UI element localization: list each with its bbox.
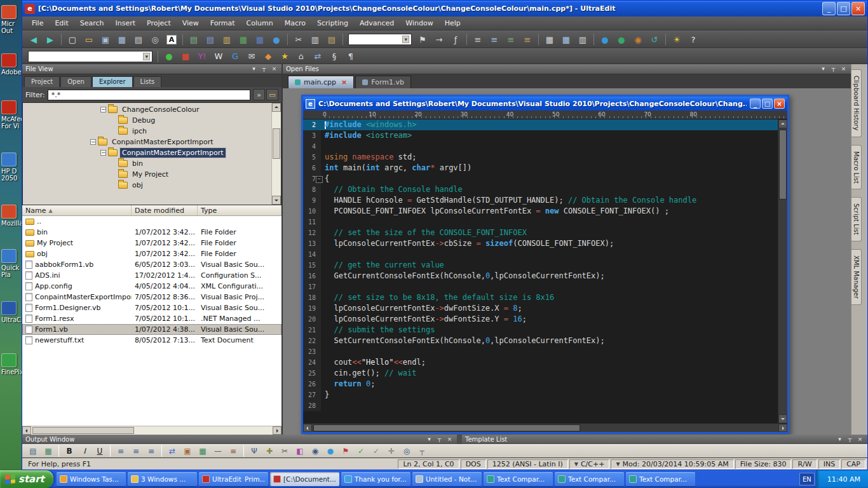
tree-item-conpaintmasterexportimport[interactable]: −ConpaintMasterExportImport (23, 147, 271, 158)
new-file-icon[interactable]: ▢ (65, 33, 80, 46)
menu-column[interactable]: Column (241, 17, 279, 29)
paste-icon[interactable]: ▤ (324, 33, 339, 46)
code-line-10[interactable]: 10 PCONSOLE_FONT_INFOEX lpConsoleCurrent… (303, 206, 778, 217)
filter-go-button[interactable]: » (253, 89, 265, 100)
menu-macro[interactable]: Macro (279, 17, 311, 29)
align-list-icon[interactable]: ≡ (470, 33, 485, 46)
pane-close-button[interactable]: × (839, 65, 848, 73)
file-row-bin[interactable]: bin1/07/2012 3:42...File Folder (22, 227, 281, 238)
taskbar-task-c-document[interactable]: [C:\Document... (270, 472, 339, 486)
menu-edit[interactable]: Edit (49, 17, 74, 29)
code-line-22[interactable]: 22 SetCurrentConsoleFontEx(hConsole,0,lp… (303, 336, 778, 346)
side-tab-macro-list[interactable]: Macro List (851, 145, 862, 190)
side-tab-script-list[interactable]: Script List (851, 197, 862, 241)
menu-search[interactable]: Search (74, 17, 110, 29)
tree-item-changeconsolecolour[interactable]: −ChangeConsoleColour (23, 104, 271, 115)
code-line-6[interactable]: 6int main(int argc, char* argv[]) (303, 163, 778, 173)
side-tab-clipboard-history[interactable]: Clipboard History (851, 69, 862, 137)
pane-menu-button[interactable]: ▾ (819, 65, 827, 73)
tip-icon[interactable]: ☀ (669, 33, 684, 46)
cut-icon[interactable]: ✂ (291, 33, 306, 46)
font-icon[interactable]: A (164, 33, 179, 46)
dropdown-arrow-icon[interactable]: ▼ (616, 461, 620, 467)
document-title-bar[interactable]: e C:\Documents and Settings\Robert\My Do… (303, 97, 787, 111)
code-line-7[interactable]: 7{ (303, 173, 778, 184)
menu-view[interactable]: View (177, 17, 205, 29)
file-row-form1-designer-vb[interactable]: Form1.Designer.vb7/05/2012 10:1...Visual… (22, 302, 281, 313)
favorites-icon[interactable]: ★ (277, 50, 292, 63)
pane-pin-button[interactable]: ┬ (846, 436, 854, 444)
scroll-thumb[interactable] (32, 427, 134, 434)
desktop-icon-hp-d-2050[interactable]: HP D 2050 (1, 152, 22, 182)
file-row-app-config[interactable]: App.config4/05/2012 4:04...XML Configura… (22, 281, 281, 292)
desktop-icon-adobe[interactable]: Adobe (1, 53, 22, 76)
file-row-conpaintmasterexportimport[interactable]: ConpaintMasterExportImport...7/05/2012 8… (22, 292, 281, 302)
insert-table-icon[interactable]: ▦ (196, 445, 210, 458)
side-tab-xml-manager[interactable]: XML Manager (851, 249, 862, 305)
code-page-icon[interactable]: ▥ (219, 33, 234, 46)
tree-item-obj[interactable]: obj (23, 180, 271, 191)
save-all-icon[interactable]: ▦ (114, 33, 130, 46)
script-icon[interactable]: § (327, 50, 342, 63)
code-line-19[interactable]: 19 lpConsoleCurrentFontEx->dwFontSize.X … (303, 303, 778, 314)
doc-tab-main-cpp[interactable]: main.cpp× (288, 76, 354, 88)
scroll-down-icon[interactable] (778, 414, 787, 423)
code-line-5[interactable]: 5using namespace std; (303, 152, 778, 163)
code-line-20[interactable]: 20 lpConsoleCurrentFontEx->dwFontSize.Y … (303, 314, 778, 325)
code-line-11[interactable]: 11 (303, 217, 778, 227)
file-row-obj[interactable]: obj1/07/2012 3:42...File Folder (22, 248, 281, 259)
file-row-item[interactable]: .. (22, 216, 281, 227)
tree-expander-icon[interactable]: − (90, 139, 96, 145)
taskbar-task-text-compar[interactable]: Text Compar... (555, 472, 624, 486)
bold-icon[interactable]: B (62, 445, 76, 458)
open-file-icon[interactable]: ▭ (81, 33, 97, 46)
flag-icon[interactable]: ⚑ (339, 445, 353, 458)
menu-help[interactable]: Help (439, 17, 466, 29)
close-button[interactable]: × (851, 2, 865, 15)
taskbar-task-untitled-not[interactable]: Untitled - Not... (412, 472, 482, 486)
taskbar-task-thank-you-for[interactable]: Thank you for... (341, 472, 410, 486)
scroll-right-icon[interactable] (273, 426, 281, 435)
desktop-icon-mcafee-for-vi[interactable]: McAfee For Vi (1, 100, 22, 130)
tab-project[interactable]: Project (24, 76, 60, 87)
code-line-9[interactable]: 9 HANDLE hConsole = GetStdHandle(STD_OUT… (303, 195, 778, 206)
scroll-left-icon[interactable] (303, 424, 312, 432)
underline-icon[interactable]: U (93, 445, 107, 458)
help-icon[interactable]: ? (686, 33, 701, 46)
menu-insert[interactable]: Insert (110, 17, 142, 29)
bullet-list-icon[interactable]: ≡ (226, 445, 240, 458)
doc-close-button[interactable]: × (774, 98, 785, 109)
doc-maximize-button[interactable]: □ (762, 98, 773, 109)
code-line-24[interactable]: 24 cout<<"Hello"<<endl; (303, 357, 778, 368)
palette-icon[interactable]: ◧ (293, 445, 307, 458)
save-icon[interactable]: ▣ (98, 33, 113, 46)
stop-icon[interactable]: ■ (178, 50, 193, 63)
zoom-icon[interactable]: ◎ (400, 445, 414, 458)
mail-icon[interactable]: ✉ (244, 50, 259, 63)
status-syntax-highlight[interactable]: ▼C/C++ (569, 459, 610, 469)
world-icon[interactable]: ● (323, 445, 337, 458)
find-icon[interactable]: ◎ (147, 33, 163, 46)
google-icon[interactable]: G (227, 50, 243, 63)
rss-icon[interactable]: ◆ (261, 50, 276, 63)
align-right-icon[interactable]: ≡ (144, 445, 158, 458)
code-line-25[interactable]: 25 cin.get(); // wait (303, 368, 778, 379)
pane-close-button[interactable]: × (445, 436, 454, 444)
code-line-12[interactable]: 12 // set the size of the CONSOLE_FONT_I… (303, 227, 778, 238)
desktop-icon-ultrac[interactable]: UltraC (1, 301, 22, 323)
horizontal-rule-icon[interactable]: — (211, 445, 225, 458)
minimize-button[interactable]: _ (822, 2, 836, 15)
column-header-name[interactable]: Name▲ (22, 205, 132, 215)
tab-open[interactable]: Open (60, 76, 92, 87)
desktop-icon-mozilla[interactable]: Mozilla (1, 205, 22, 227)
file-row-form1-resx[interactable]: Form1.resx7/05/2012 10:1....NET Managed … (22, 313, 281, 324)
pane-close-button[interactable]: × (270, 65, 278, 73)
file-list-scrollbar[interactable] (22, 426, 281, 435)
pane-pin-button[interactable]: ┬ (829, 65, 837, 73)
web-doc-icon[interactable]: ▤ (203, 33, 218, 46)
code-line-21[interactable]: 21 // submit the settings (303, 325, 778, 336)
dropdown-arrow-icon[interactable]: ▾ (402, 36, 409, 43)
column-header-type[interactable]: Type (198, 205, 281, 215)
macro-play-icon[interactable]: ¶ (343, 50, 358, 63)
menu-scripting[interactable]: Scripting (311, 17, 354, 29)
